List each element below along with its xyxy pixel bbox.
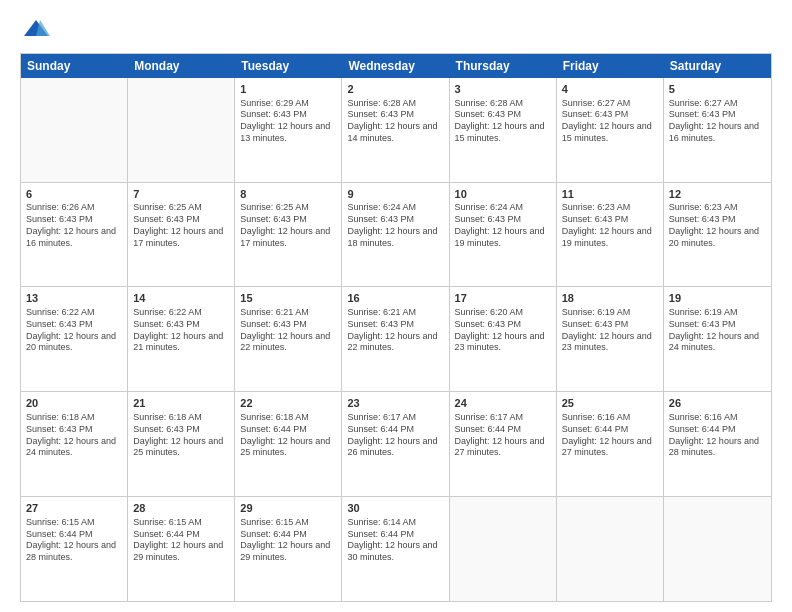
calendar-cell: 5Sunrise: 6:27 AM Sunset: 6:43 PM Daylig…: [664, 78, 771, 182]
day-number: 15: [240, 291, 336, 306]
day-number: 11: [562, 187, 658, 202]
header-day-saturday: Saturday: [664, 54, 771, 78]
logo-icon: [22, 18, 50, 40]
header: [20, 18, 772, 45]
day-number: 5: [669, 82, 766, 97]
cell-info: Sunrise: 6:15 AM Sunset: 6:44 PM Dayligh…: [26, 517, 122, 564]
cell-info: Sunrise: 6:22 AM Sunset: 6:43 PM Dayligh…: [26, 307, 122, 354]
day-number: 1: [240, 82, 336, 97]
cell-info: Sunrise: 6:22 AM Sunset: 6:43 PM Dayligh…: [133, 307, 229, 354]
calendar-cell: 20Sunrise: 6:18 AM Sunset: 6:43 PM Dayli…: [21, 392, 128, 496]
cell-info: Sunrise: 6:18 AM Sunset: 6:43 PM Dayligh…: [26, 412, 122, 459]
calendar-cell: 16Sunrise: 6:21 AM Sunset: 6:43 PM Dayli…: [342, 287, 449, 391]
cell-info: Sunrise: 6:25 AM Sunset: 6:43 PM Dayligh…: [133, 202, 229, 249]
calendar-cell: 10Sunrise: 6:24 AM Sunset: 6:43 PM Dayli…: [450, 183, 557, 287]
calendar-cell: 3Sunrise: 6:28 AM Sunset: 6:43 PM Daylig…: [450, 78, 557, 182]
day-number: 4: [562, 82, 658, 97]
cell-info: Sunrise: 6:23 AM Sunset: 6:43 PM Dayligh…: [669, 202, 766, 249]
day-number: 27: [26, 501, 122, 516]
calendar-cell: 12Sunrise: 6:23 AM Sunset: 6:43 PM Dayli…: [664, 183, 771, 287]
header-day-tuesday: Tuesday: [235, 54, 342, 78]
day-number: 19: [669, 291, 766, 306]
cell-info: Sunrise: 6:21 AM Sunset: 6:43 PM Dayligh…: [347, 307, 443, 354]
header-day-wednesday: Wednesday: [342, 54, 449, 78]
cell-info: Sunrise: 6:24 AM Sunset: 6:43 PM Dayligh…: [347, 202, 443, 249]
day-number: 2: [347, 82, 443, 97]
calendar-cell: 25Sunrise: 6:16 AM Sunset: 6:44 PM Dayli…: [557, 392, 664, 496]
day-number: 18: [562, 291, 658, 306]
cell-info: Sunrise: 6:27 AM Sunset: 6:43 PM Dayligh…: [562, 98, 658, 145]
day-number: 22: [240, 396, 336, 411]
day-number: 3: [455, 82, 551, 97]
cell-info: Sunrise: 6:19 AM Sunset: 6:43 PM Dayligh…: [562, 307, 658, 354]
calendar-cell: 19Sunrise: 6:19 AM Sunset: 6:43 PM Dayli…: [664, 287, 771, 391]
calendar-row: 6Sunrise: 6:26 AM Sunset: 6:43 PM Daylig…: [21, 183, 771, 288]
calendar-cell: 30Sunrise: 6:14 AM Sunset: 6:44 PM Dayli…: [342, 497, 449, 601]
svg-marker-1: [36, 20, 50, 36]
header-day-monday: Monday: [128, 54, 235, 78]
cell-info: Sunrise: 6:25 AM Sunset: 6:43 PM Dayligh…: [240, 202, 336, 249]
header-day-thursday: Thursday: [450, 54, 557, 78]
day-number: 12: [669, 187, 766, 202]
calendar-row: 13Sunrise: 6:22 AM Sunset: 6:43 PM Dayli…: [21, 287, 771, 392]
calendar-row: 27Sunrise: 6:15 AM Sunset: 6:44 PM Dayli…: [21, 497, 771, 601]
day-number: 23: [347, 396, 443, 411]
day-number: 10: [455, 187, 551, 202]
calendar-cell: [128, 78, 235, 182]
calendar-cell: 26Sunrise: 6:16 AM Sunset: 6:44 PM Dayli…: [664, 392, 771, 496]
cell-info: Sunrise: 6:16 AM Sunset: 6:44 PM Dayligh…: [669, 412, 766, 459]
calendar-cell: 27Sunrise: 6:15 AM Sunset: 6:44 PM Dayli…: [21, 497, 128, 601]
calendar-cell: 1Sunrise: 6:29 AM Sunset: 6:43 PM Daylig…: [235, 78, 342, 182]
calendar-cell: 23Sunrise: 6:17 AM Sunset: 6:44 PM Dayli…: [342, 392, 449, 496]
cell-info: Sunrise: 6:17 AM Sunset: 6:44 PM Dayligh…: [455, 412, 551, 459]
day-number: 20: [26, 396, 122, 411]
calendar-cell: [557, 497, 664, 601]
day-number: 28: [133, 501, 229, 516]
day-number: 24: [455, 396, 551, 411]
cell-info: Sunrise: 6:27 AM Sunset: 6:43 PM Dayligh…: [669, 98, 766, 145]
cell-info: Sunrise: 6:26 AM Sunset: 6:43 PM Dayligh…: [26, 202, 122, 249]
cell-info: Sunrise: 6:14 AM Sunset: 6:44 PM Dayligh…: [347, 517, 443, 564]
header-day-friday: Friday: [557, 54, 664, 78]
cell-info: Sunrise: 6:18 AM Sunset: 6:44 PM Dayligh…: [240, 412, 336, 459]
day-number: 17: [455, 291, 551, 306]
calendar-cell: 7Sunrise: 6:25 AM Sunset: 6:43 PM Daylig…: [128, 183, 235, 287]
cell-info: Sunrise: 6:24 AM Sunset: 6:43 PM Dayligh…: [455, 202, 551, 249]
calendar-cell: 18Sunrise: 6:19 AM Sunset: 6:43 PM Dayli…: [557, 287, 664, 391]
calendar-cell: 24Sunrise: 6:17 AM Sunset: 6:44 PM Dayli…: [450, 392, 557, 496]
day-number: 16: [347, 291, 443, 306]
day-number: 6: [26, 187, 122, 202]
calendar-cell: [450, 497, 557, 601]
day-number: 25: [562, 396, 658, 411]
cell-info: Sunrise: 6:15 AM Sunset: 6:44 PM Dayligh…: [240, 517, 336, 564]
calendar-cell: 14Sunrise: 6:22 AM Sunset: 6:43 PM Dayli…: [128, 287, 235, 391]
page: SundayMondayTuesdayWednesdayThursdayFrid…: [0, 0, 792, 612]
calendar-header: SundayMondayTuesdayWednesdayThursdayFrid…: [21, 54, 771, 78]
calendar-cell: 2Sunrise: 6:28 AM Sunset: 6:43 PM Daylig…: [342, 78, 449, 182]
cell-info: Sunrise: 6:18 AM Sunset: 6:43 PM Dayligh…: [133, 412, 229, 459]
calendar-cell: 8Sunrise: 6:25 AM Sunset: 6:43 PM Daylig…: [235, 183, 342, 287]
calendar-cell: 22Sunrise: 6:18 AM Sunset: 6:44 PM Dayli…: [235, 392, 342, 496]
cell-info: Sunrise: 6:20 AM Sunset: 6:43 PM Dayligh…: [455, 307, 551, 354]
calendar-cell: 4Sunrise: 6:27 AM Sunset: 6:43 PM Daylig…: [557, 78, 664, 182]
calendar-cell: [21, 78, 128, 182]
calendar: SundayMondayTuesdayWednesdayThursdayFrid…: [20, 53, 772, 602]
day-number: 30: [347, 501, 443, 516]
calendar-cell: 21Sunrise: 6:18 AM Sunset: 6:43 PM Dayli…: [128, 392, 235, 496]
logo: [20, 18, 50, 45]
calendar-row: 1Sunrise: 6:29 AM Sunset: 6:43 PM Daylig…: [21, 78, 771, 183]
calendar-body: 1Sunrise: 6:29 AM Sunset: 6:43 PM Daylig…: [21, 78, 771, 601]
cell-info: Sunrise: 6:28 AM Sunset: 6:43 PM Dayligh…: [455, 98, 551, 145]
calendar-cell: [664, 497, 771, 601]
calendar-cell: 6Sunrise: 6:26 AM Sunset: 6:43 PM Daylig…: [21, 183, 128, 287]
day-number: 8: [240, 187, 336, 202]
day-number: 9: [347, 187, 443, 202]
cell-info: Sunrise: 6:16 AM Sunset: 6:44 PM Dayligh…: [562, 412, 658, 459]
calendar-cell: 28Sunrise: 6:15 AM Sunset: 6:44 PM Dayli…: [128, 497, 235, 601]
calendar-cell: 15Sunrise: 6:21 AM Sunset: 6:43 PM Dayli…: [235, 287, 342, 391]
day-number: 26: [669, 396, 766, 411]
day-number: 7: [133, 187, 229, 202]
calendar-cell: 17Sunrise: 6:20 AM Sunset: 6:43 PM Dayli…: [450, 287, 557, 391]
calendar-cell: 11Sunrise: 6:23 AM Sunset: 6:43 PM Dayli…: [557, 183, 664, 287]
header-day-sunday: Sunday: [21, 54, 128, 78]
